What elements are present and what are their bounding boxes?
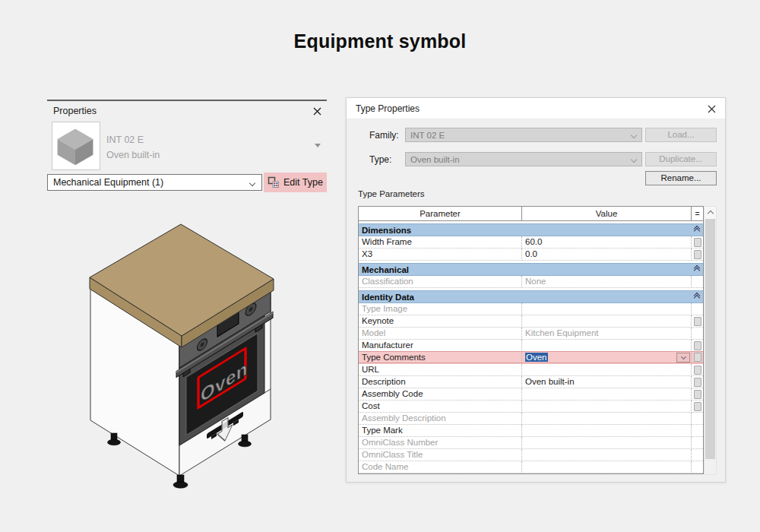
collapse-icon[interactable] — [695, 295, 699, 299]
param-value[interactable] — [522, 315, 692, 328]
category-selector-value: Mechanical Equipment (1) — [53, 177, 163, 188]
associate-parameter-button[interactable] — [694, 317, 701, 326]
collapse-icon[interactable] — [695, 268, 699, 272]
properties-panel: Properties INT 02 E Oven built-in Mechan… — [47, 100, 327, 195]
close-icon[interactable] — [311, 105, 323, 117]
param-value[interactable] — [522, 449, 692, 461]
associate-parameter-cell — [692, 315, 703, 328]
param-value[interactable]: Oven — [522, 351, 692, 363]
param-name: Width Frame — [359, 236, 522, 249]
type-combobox[interactable]: Oven built-in — [405, 152, 642, 166]
param-name: OmniClass Number — [359, 437, 522, 449]
param-row-cost: Cost — [359, 401, 703, 413]
table-body: DimensionsWidth Frame60.0X30.0Mechanical… — [359, 223, 703, 473]
rename-button[interactable]: Rename... — [645, 171, 717, 185]
table-header: Parameter Value = — [359, 207, 703, 221]
associate-parameter-button[interactable] — [694, 341, 701, 350]
param-row-keynote: Keynote — [359, 315, 703, 328]
column-header-formula[interactable]: = — [692, 207, 703, 220]
associate-parameter-cell — [692, 340, 703, 352]
scrollbar-thumb[interactable] — [705, 219, 715, 459]
param-row-assembly-code: Assembly Code — [359, 388, 703, 401]
associate-parameter-cell — [692, 401, 703, 413]
edit-type-icon — [268, 176, 280, 188]
page-title: Equipment symbol — [0, 30, 760, 52]
param-value[interactable] — [522, 401, 692, 413]
duplicate-button[interactable]: Duplicate... — [645, 152, 717, 166]
param-name: X3 — [359, 249, 522, 261]
column-header-value[interactable]: Value — [522, 207, 692, 220]
param-value[interactable]: None — [522, 276, 692, 288]
section-header-identity-data[interactable]: Identity Data — [359, 290, 703, 303]
param-value[interactable] — [522, 340, 692, 352]
param-name: Cost — [359, 401, 522, 413]
dialog-title: Type Properties — [356, 103, 420, 114]
selected-text: Oven — [525, 353, 548, 362]
associate-parameter-button[interactable] — [694, 378, 701, 387]
param-row-omniclass-number: OmniClass Number — [359, 437, 703, 449]
param-value[interactable] — [522, 413, 692, 425]
type-selector-expand-icon[interactable] — [315, 144, 321, 147]
param-value[interactable] — [522, 388, 692, 401]
chevron-down-icon — [631, 157, 637, 163]
load-button[interactable]: Load... — [645, 128, 717, 142]
param-value[interactable] — [522, 461, 692, 473]
table-scrollbar[interactable] — [704, 206, 717, 475]
param-value[interactable] — [522, 303, 692, 315]
param-name: Type Comments — [359, 351, 522, 363]
param-row-assembly-description: Assembly Description — [359, 413, 703, 425]
family-name: INT 02 E — [106, 132, 160, 147]
section-header-mechanical[interactable]: Mechanical — [359, 263, 703, 276]
associate-parameter-button[interactable] — [694, 402, 701, 411]
param-row-code-name: Code Name — [359, 461, 703, 473]
collapse-icon[interactable] — [695, 228, 699, 233]
type-preview-thumbnail[interactable] — [52, 122, 100, 170]
associate-parameter-cell — [692, 449, 703, 461]
associate-parameter-cell — [692, 425, 703, 437]
cube-icon — [52, 122, 98, 168]
param-name: Assembly Description — [359, 413, 522, 425]
param-name: Assembly Code — [359, 388, 522, 401]
category-selector[interactable]: Mechanical Equipment (1) — [47, 174, 262, 191]
dialog-titlebar[interactable]: Type Properties — [347, 98, 725, 119]
scrollbar-up-button[interactable] — [705, 207, 716, 219]
associate-parameter-cell — [692, 461, 703, 473]
associate-parameter-cell — [692, 364, 703, 376]
param-row-omniclass-title: OmniClass Title — [359, 449, 703, 461]
family-combobox[interactable]: INT 02 E — [405, 128, 642, 142]
param-value[interactable] — [522, 437, 692, 449]
edit-type-label: Edit Type — [283, 177, 323, 188]
associate-parameter-button[interactable] — [694, 250, 701, 259]
section-label: Dimensions — [362, 226, 411, 235]
param-row-description: DescriptionOven built-in — [359, 376, 703, 388]
associate-parameter-button[interactable] — [694, 390, 701, 399]
param-value[interactable]: 60.0 — [522, 236, 692, 249]
edit-type-button[interactable]: Edit Type — [264, 173, 327, 192]
associate-parameter-button[interactable] — [694, 238, 701, 247]
associate-parameter-button[interactable] — [694, 366, 701, 375]
param-value[interactable] — [522, 425, 692, 437]
type-combobox-value: Oven built-in — [410, 155, 460, 164]
associate-parameter-cell — [692, 413, 703, 425]
associate-parameter-button[interactable] — [694, 353, 701, 362]
oven-drawing: Oven — [46, 213, 312, 502]
associate-parameter-cell — [692, 351, 703, 363]
param-name: Type Image — [359, 303, 522, 315]
section-label: Identity Data — [362, 293, 414, 302]
associate-parameter-cell — [692, 276, 703, 288]
param-name: OmniClass Title — [359, 449, 522, 461]
column-header-parameter[interactable]: Parameter — [359, 207, 522, 220]
section-header-dimensions[interactable]: Dimensions — [359, 223, 703, 236]
param-row-url: URL — [359, 364, 703, 376]
family-label: Family: — [369, 130, 399, 141]
param-value[interactable]: Kitchen Equipment — [522, 328, 692, 340]
type-name: Oven built-in — [106, 147, 160, 163]
close-icon[interactable] — [705, 103, 717, 115]
param-value[interactable]: Oven built-in — [522, 376, 692, 388]
param-value[interactable] — [522, 364, 692, 376]
param-value[interactable]: 0.0 — [522, 249, 692, 261]
param-name: Description — [359, 376, 522, 388]
associate-parameter-cell — [692, 376, 703, 388]
value-dropdown-button[interactable] — [676, 353, 690, 363]
type-parameters-table: Parameter Value = DimensionsWidth Frame6… — [358, 206, 704, 474]
